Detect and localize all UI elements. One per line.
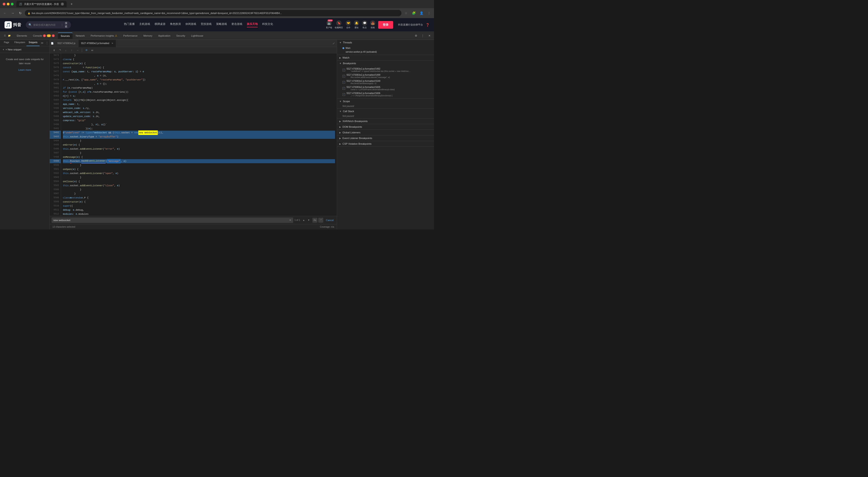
nav-item-competitive[interactable]: 竞技游戏: [201, 22, 212, 27]
breakpoint-2[interactable]: ✓ 5527.470083e2.js:formatted:5499 this.s…: [337, 73, 434, 79]
clear-search-button[interactable]: ✕: [289, 218, 291, 222]
nav-item-chess[interactable]: 棋牌桌游: [155, 22, 165, 27]
client-action[interactable]: 💻 NEW 客户端: [326, 20, 332, 29]
nav-item-hot[interactable]: 热门直播: [124, 22, 135, 27]
fullscreen-traffic-light[interactable]: [11, 3, 13, 5]
nav-item-strategy[interactable]: 策略游戏: [216, 22, 227, 27]
settings-button[interactable]: ⚙: [413, 33, 418, 38]
settings-icon[interactable]: ⋮: [426, 10, 432, 16]
breakpoints-header[interactable]: ▼ Breakpoints: [337, 61, 434, 66]
nav-item-tech[interactable]: 科技文化: [262, 22, 273, 27]
sources-tab-filesystem[interactable]: Filesystem: [13, 40, 27, 46]
devtools-nav-icon-1[interactable]: ☰: [3, 34, 7, 38]
tab-security[interactable]: Security: [174, 33, 188, 39]
nav-item-entertainment[interactable]: 娱乐天地: [247, 22, 258, 27]
search-input-wrap[interactable]: ✕: [52, 217, 293, 223]
sources-overflow-menu[interactable]: ≫: [39, 40, 44, 46]
login-button[interactable]: 登录: [378, 21, 393, 29]
call-stack-header[interactable]: ▼ Call Stack: [337, 109, 434, 114]
help-icon[interactable]: ❓: [426, 23, 430, 27]
bp2-checkbox[interactable]: ✓: [342, 75, 345, 78]
message-action[interactable]: 💬 私信: [362, 20, 367, 29]
refresh-button[interactable]: ↻: [17, 10, 24, 16]
forward-button[interactable]: →: [9, 10, 16, 16]
partner-action[interactable]: 🤝 合作: [346, 20, 351, 29]
deactivate-button[interactable]: ⊘: [84, 48, 89, 53]
search-query-input[interactable]: [53, 219, 288, 221]
sources-tab-snippets[interactable]: Snippets: [26, 40, 39, 46]
nav-item-casual[interactable]: 休闲游戏: [185, 22, 196, 27]
tab-console[interactable]: Console 1 11 1: [30, 33, 57, 39]
file-tab-2[interactable]: 5527.470083e2.js:formatted ✕: [79, 40, 116, 47]
bp3-checkbox[interactable]: ✓: [342, 81, 345, 84]
breakpoint-5[interactable]: ✓ 5527.470083e2.js:formatted:5606 , r = …: [337, 91, 434, 97]
pause-on-exceptions[interactable]: ⏯: [90, 48, 95, 53]
search-next-button[interactable]: ▼: [307, 218, 311, 222]
file-tab-1[interactable]: 5527.470083e2.js: [55, 40, 79, 47]
scope-header[interactable]: ▼ Scope: [337, 98, 434, 104]
threads-header[interactable]: ▼ Threads: [337, 40, 434, 45]
upload-action[interactable]: 📤 投稿: [370, 20, 375, 29]
continue-button[interactable]: →: [75, 48, 80, 53]
tab-memory[interactable]: Memory: [141, 33, 155, 39]
search-prev-button[interactable]: ▲: [302, 218, 306, 222]
new-snippet-button[interactable]: + + New snippet: [0, 46, 50, 53]
bookmark-icon[interactable]: ☆: [403, 10, 409, 16]
pause-button[interactable]: ⏸: [52, 48, 57, 53]
sources-tab-page[interactable]: Page: [0, 40, 13, 46]
step-into-button[interactable]: ↓: [63, 48, 68, 53]
nav-item-shooter[interactable]: 射击游戏: [231, 22, 242, 27]
expand-editor-button[interactable]: ⤢: [331, 40, 337, 47]
bp1-checkbox[interactable]: ✓: [342, 69, 345, 71]
tab-close-button[interactable]: ✕: [61, 2, 64, 6]
dom-header[interactable]: ▶ DOM Breakpoints: [337, 124, 434, 129]
bookmark-action[interactable]: 🔖 收藏网页: [335, 20, 343, 29]
watch-header[interactable]: ▶ Watch: [337, 55, 434, 60]
more-button[interactable]: ⋮: [420, 33, 426, 38]
match-case-button[interactable]: Aa: [312, 218, 317, 223]
close-traffic-light[interactable]: [3, 3, 5, 5]
url-bar[interactable]: 🔒 live.douyin.com/429643541031?cover_typ…: [25, 10, 401, 16]
extension-icon[interactable]: 🧩: [410, 10, 417, 16]
notification-action[interactable]: 🔔 通知: [354, 20, 359, 29]
code-content[interactable]: } class u { constructor(e) { const t = F…: [61, 53, 337, 216]
xhr-header[interactable]: ▶ XHR/fetch Breakpoints: [337, 118, 434, 124]
sources-more-menu[interactable]: ⋮: [44, 40, 50, 46]
site-search-bar[interactable]: 🔍 | 搜索: [26, 21, 71, 28]
nav-item-console[interactable]: 主机游戏: [139, 22, 150, 27]
step-over-button[interactable]: ↷: [57, 48, 62, 53]
user-icon[interactable]: 👤: [418, 10, 425, 16]
event-breakpoints-header[interactable]: ▶ Event Listener Breakpoints: [337, 136, 434, 141]
global-listeners-header[interactable]: ▶ Global Listeners: [337, 130, 434, 135]
thread-service-worker[interactable]: service-worker.js #0 (activated): [337, 50, 434, 54]
tab-application[interactable]: Application: [156, 33, 173, 39]
breakpoint-3[interactable]: ✓ 5527.470083e2.js:formatted:5549 this.b…: [337, 79, 434, 85]
learn-more-link[interactable]: Learn more: [18, 68, 31, 72]
browser-tab[interactable]: 🎵 天霸大哥***的抖音直播间 - 抖音 ✕: [16, 1, 67, 7]
platform-link[interactable]: 抖音直播行业自律平台: [398, 23, 423, 26]
close-devtools-button[interactable]: ✕: [427, 33, 432, 38]
csp-header[interactable]: ▶ CSP Violation Breakpoints: [337, 141, 434, 147]
regex-button[interactable]: .*: [318, 218, 323, 223]
search-button[interactable]: 搜索: [64, 22, 68, 28]
tab-sources[interactable]: Sources: [58, 33, 72, 39]
minimize-traffic-light[interactable]: [7, 3, 9, 5]
devtools-nav-icon-2[interactable]: 📁: [7, 34, 11, 38]
tab-network[interactable]: Network: [73, 33, 88, 39]
breakpoint-1[interactable]: ✓ 5527.470083e2.js:formatted:5492 "undef…: [337, 67, 434, 73]
file-tab-2-close[interactable]: ✕: [112, 42, 113, 44]
bp5-checkbox[interactable]: ✓: [342, 93, 345, 96]
search-input[interactable]: [33, 24, 60, 26]
tab-performance-insights[interactable]: Performance insights ⚠: [88, 33, 120, 39]
nav-item-role[interactable]: 角色扮演: [170, 22, 181, 27]
breakpoint-4[interactable]: ✓ 5527.470083e2.js:formatted:5605 const …: [337, 85, 434, 91]
thread-main[interactable]: Main: [337, 46, 434, 50]
bp4-checkbox[interactable]: ✓: [342, 87, 345, 90]
back-button[interactable]: ←: [2, 10, 8, 16]
new-tab-button[interactable]: +: [68, 1, 75, 7]
cancel-search-button[interactable]: Cancel: [324, 219, 335, 221]
tab-performance[interactable]: Performance: [121, 33, 140, 39]
step-out-button[interactable]: ↑: [69, 48, 74, 53]
tab-lighthouse[interactable]: Lighthouse: [188, 33, 206, 39]
tab-elements[interactable]: Elements: [14, 33, 30, 39]
